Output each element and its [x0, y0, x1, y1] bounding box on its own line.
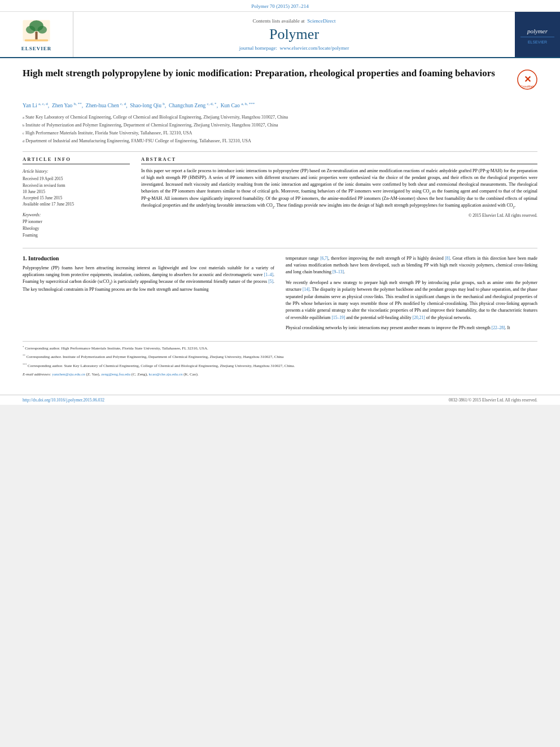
svg-point-2 — [26, 26, 36, 34]
keywords-label: Keywords: — [23, 212, 130, 217]
author-zhen-yao: Zhen Yao b, ** — [52, 103, 82, 108]
section1-heading: 1. Introduction — [23, 255, 274, 261]
elsevier-brand-text: ELSEVIER — [21, 46, 52, 51]
footnote-star: * Corresponding author. High Performance… — [23, 345, 537, 352]
history-label: Article history: — [23, 169, 130, 174]
keyword-foaming: Foaming — [23, 232, 130, 239]
body-left-para1: Polypropylene (PP) foams have been attra… — [23, 265, 274, 293]
keywords-section: Keywords: PP ionomer Rheology Foaming — [23, 212, 130, 239]
keyword-pp-ionomer: PP ionomer — [23, 219, 130, 225]
body-right-para3: Physical crosslinking networks by ionic … — [286, 325, 537, 331]
svg-text:✕: ✕ — [524, 75, 531, 84]
history-received: Received 19 April 2015 — [23, 176, 130, 182]
body-section: 1. Introduction Polypropylene (PP) foams… — [23, 248, 537, 335]
keyword-rheology: Rheology — [23, 225, 130, 232]
ref-5[interactable]: [5] — [268, 279, 273, 284]
journal-center-header: Contents lists available at ScienceDirec… — [73, 12, 515, 57]
body-right-para2: We recently developed a new strategy to … — [286, 279, 537, 321]
svg-rect-4 — [35, 32, 37, 40]
bottom-bar: http://dx.doi.org/10.1016/j.polymer.2015… — [0, 395, 560, 405]
ref-9-13[interactable]: [9–13] — [333, 269, 344, 274]
ref-22-28[interactable]: [22–28] — [492, 325, 505, 330]
svg-text:CrossMark: CrossMark — [520, 85, 535, 88]
email-yao[interactable]: yanzhen@zju.edu.cn — [52, 372, 85, 377]
article-title-section: High melt strength polypropylene by ioni… — [23, 67, 537, 94]
abstract-header: ABSTRACT — [141, 156, 537, 164]
affil-sup-c: c — [23, 130, 24, 136]
affiliations-section: a State Key Laboratory of Chemical Engin… — [23, 114, 537, 145]
footnote-email: E-mail addresses: yanzhen@zju.edu.cn (Z.… — [23, 372, 537, 378]
journal-title: Polymer — [269, 26, 319, 43]
email-zeng[interactable]: zeng@eng.fsu.edu — [101, 372, 130, 377]
affil-text-b: Institute of Polymerization and Polymer … — [25, 122, 278, 129]
affiliation-b: b Institute of Polymerization and Polyme… — [23, 122, 537, 129]
svg-text:ELSEVIER: ELSEVIER — [528, 40, 547, 44]
journal-url-line: journal homepage: www.elsevier.com/locat… — [239, 45, 349, 51]
ref-20-21[interactable]: [20,21] — [413, 315, 425, 320]
homepage-url[interactable]: www.elsevier.com/locate/polymer — [279, 45, 349, 51]
body-right-col: temperature range [6,7], therefore impro… — [286, 255, 537, 335]
crossmark-icon[interactable]: ✕ CrossMark — [517, 69, 537, 90]
sciencedirect-link[interactable]: ScienceDirect — [307, 18, 335, 24]
article-history: Article history: Received 19 April 2015 … — [23, 169, 130, 207]
svg-point-3 — [38, 26, 47, 34]
elsevier-logo-img: ELSEVIER — [21, 18, 52, 51]
header-divider — [23, 151, 537, 152]
author-shaolong-qiu: Shao-long Qiu b — [130, 103, 165, 108]
affil-text-d: Department of Industrial and Manufacturi… — [25, 138, 251, 145]
body-two-col: 1. Introduction Polypropylene (PP) foams… — [23, 255, 537, 335]
article-info-header: ARTICLE INFO — [23, 156, 130, 164]
body-right-para1: temperature range [6,7], therefore impro… — [286, 255, 537, 276]
homepage-label: journal homepage: — [239, 45, 277, 51]
contents-text: Contents lists available at — [252, 18, 304, 24]
affiliation-c: c High Performance Materials Institute, … — [23, 130, 537, 137]
history-revised-label: Received in revised form — [23, 182, 130, 189]
sciencedirect-line: Contents lists available at ScienceDirec… — [252, 18, 335, 24]
svg-rect-5 — [25, 40, 48, 41]
ref-14[interactable]: [14] — [303, 287, 310, 292]
page: Polymer 70 (2015) 207–214 ELSEVIER Conte… — [0, 0, 560, 405]
footnote-double-star: ** Corresponding author. Institute of Po… — [23, 353, 537, 360]
affil-sup-a: a — [23, 115, 24, 120]
history-revised-date: 10 June 2015 — [23, 189, 130, 195]
history-online: Available online 17 June 2015 — [23, 201, 130, 207]
footnote-triple-star: *** Corresponding author. State Key Labo… — [23, 362, 537, 369]
article-info-col: ARTICLE INFO Article history: Received 1… — [23, 156, 130, 238]
ref-1-4[interactable]: [1–4] — [264, 272, 273, 277]
affiliation-d: d Department of Industrial and Manufactu… — [23, 138, 537, 145]
article-title: High melt strength polypropylene by ioni… — [23, 67, 506, 80]
author-kun-cao: Kun Cao a, b, *** — [221, 103, 255, 108]
elsevier-tree-icon — [21, 18, 52, 46]
copyright-text: © 2015 Elsevier Ltd. All rights reserved… — [141, 213, 537, 218]
authors-section: Yan Li a, c, d, Zhen Yao b, **, Zhen-hua… — [23, 101, 537, 110]
polymer-logo-icon: polymer ELSEVIER — [515, 12, 560, 57]
svg-rect-6 — [515, 12, 560, 57]
main-content: High melt strength polypropylene by ioni… — [0, 58, 560, 389]
svg-text:polymer: polymer — [527, 28, 548, 34]
email-cao[interactable]: kcao@che.zju.edu.cn — [149, 372, 183, 377]
footnotes-section: * Corresponding author. High Performance… — [23, 341, 537, 378]
affil-sup-b: b — [23, 123, 24, 128]
history-accepted: Accepted 15 June 2015 — [23, 195, 130, 201]
ref-15-19[interactable]: [15–19] — [332, 315, 345, 320]
author-changchun-zeng: Changchun Zeng c, d, * — [169, 103, 217, 108]
affil-text-a: State Key Laboratory of Chemical Enginee… — [25, 114, 288, 121]
journal-header: ELSEVIER Contents lists available at Sci… — [0, 12, 560, 58]
author-yan-li: Yan Li a, c, d — [23, 103, 48, 108]
affil-sup-d: d — [23, 138, 24, 144]
ref-6-7[interactable]: [6,7] — [320, 256, 328, 261]
abstract-col: ABSTRACT In this paper we report a facil… — [141, 156, 537, 238]
affil-text-c: High Performance Materials Institute, Fl… — [25, 130, 192, 137]
info-abstract-section: ARTICLE INFO Article history: Received 1… — [23, 156, 537, 238]
citation-text: Polymer 70 (2015) 207–214 — [251, 3, 309, 9]
journal-citation: Polymer 70 (2015) 207–214 — [0, 0, 560, 12]
elsevier-logo-section: ELSEVIER — [0, 12, 73, 57]
affiliation-a: a State Key Laboratory of Chemical Engin… — [23, 114, 537, 121]
doi-link[interactable]: http://dx.doi.org/10.1016/j.polymer.2015… — [23, 397, 104, 403]
body-left-col: 1. Introduction Polypropylene (PP) foams… — [23, 255, 274, 335]
ref-8[interactable]: [8] — [445, 256, 450, 261]
abstract-text: In this paper we report a facile process… — [141, 168, 537, 209]
issn-copyright: 0032-3861/© 2015 Elsevier Ltd. All right… — [449, 397, 537, 403]
polymer-logo-section: polymer ELSEVIER — [515, 12, 560, 57]
author-zhenhua-chen: Zhen-hua Chen c, d — [86, 103, 126, 108]
